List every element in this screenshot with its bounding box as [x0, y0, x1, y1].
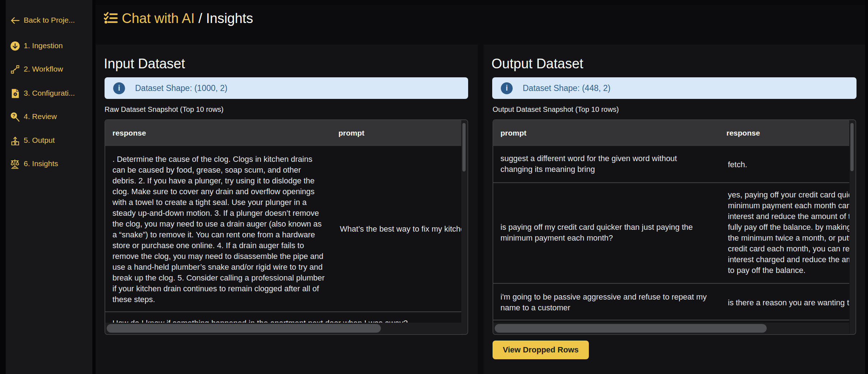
svg-text:?: ?	[12, 113, 15, 118]
